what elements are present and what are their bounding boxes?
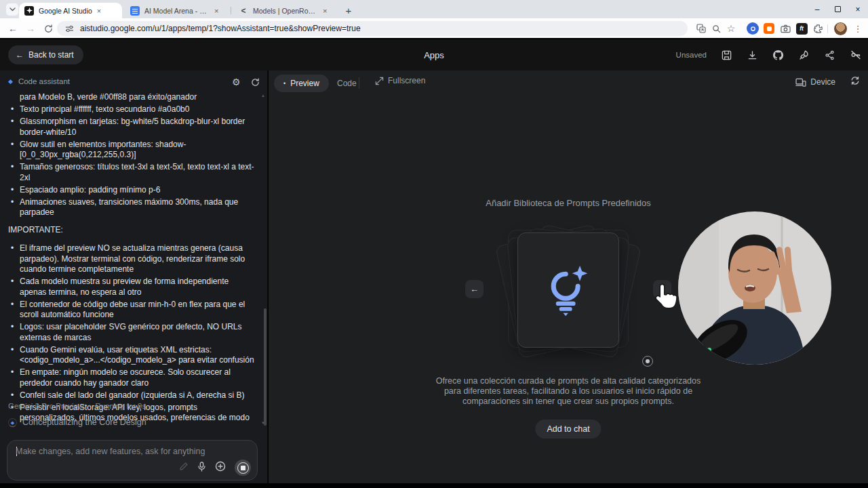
browser-tabstrip: Google AI Studio × AI Model Arena - Docu… bbox=[0, 0, 868, 18]
record-dot-icon[interactable] bbox=[642, 356, 653, 367]
back-to-start-button[interactable]: ← Back to start bbox=[8, 45, 83, 64]
running-status: Running for 9s bbox=[95, 402, 146, 410]
pencil-icon bbox=[179, 462, 189, 471]
assistant-title: Code assistant bbox=[18, 77, 70, 85]
refresh-icon bbox=[251, 78, 260, 87]
feature-title: Añadir Biblioteca de Prompts Predefinido… bbox=[269, 198, 868, 208]
page-title: Apps bbox=[424, 50, 444, 60]
extensions-puzzle-icon[interactable] bbox=[811, 22, 825, 35]
save-button[interactable] bbox=[721, 49, 732, 61]
tab-title: Models | OpenRouter bbox=[253, 7, 318, 15]
deploy-button[interactable] bbox=[798, 49, 810, 61]
tab-divider bbox=[231, 7, 231, 14]
toolbar-divider bbox=[359, 77, 359, 89]
reload-button[interactable] bbox=[41, 21, 56, 36]
toolbar-divider bbox=[827, 24, 828, 33]
code-assistant-panel: ◆ Code assistant ⚙ ▲ para Modelo B, verd… bbox=[0, 70, 268, 483]
window-maximize-button[interactable] bbox=[827, 0, 848, 18]
key-off-icon bbox=[850, 49, 861, 60]
github-icon bbox=[772, 49, 784, 61]
back-to-start-label: Back to start bbox=[28, 50, 74, 60]
list-item: Logos: usar placeholder SVG genérico por… bbox=[8, 322, 256, 343]
preview-panel: • Preview Code Fullscreen Device Añadir … bbox=[269, 70, 868, 483]
chat-input-box[interactable] bbox=[7, 440, 258, 481]
github-button[interactable] bbox=[772, 49, 784, 61]
person-silhouette bbox=[678, 211, 831, 365]
list-item: Texto principal #ffffff, texto secundari… bbox=[8, 104, 256, 115]
tab-code[interactable]: Code bbox=[337, 79, 357, 88]
list-item: En empate: ningún modelo se oscurece. So… bbox=[8, 367, 256, 388]
webcam-overlay bbox=[678, 211, 831, 365]
back-arrow-icon: ← bbox=[16, 50, 24, 60]
tab-preview[interactable]: • Preview bbox=[274, 75, 329, 92]
screen: Google AI Studio × AI Model Arena - Docu… bbox=[0, 0, 868, 488]
assistant-refresh-button[interactable] bbox=[251, 77, 260, 89]
mic-button[interactable] bbox=[197, 462, 206, 474]
scroll-down-icon[interactable]: ▼ bbox=[261, 421, 265, 425]
active-dot-icon: • bbox=[283, 80, 285, 87]
feature-description: Ofrece una colección curada de prompts d… bbox=[429, 376, 708, 407]
share-button[interactable] bbox=[824, 49, 835, 61]
tab-title: Google AI Studio bbox=[39, 7, 92, 15]
list-item: Cada modelo muestra su preview de forma … bbox=[8, 277, 256, 298]
fullscreen-label: Fullscreen bbox=[388, 76, 425, 85]
bookmark-star-icon[interactable]: ☆ bbox=[724, 22, 738, 35]
search-icon[interactable] bbox=[709, 22, 723, 35]
thinking-label: Conceptualizing the Core Design bbox=[22, 418, 146, 427]
feature-card bbox=[517, 232, 619, 348]
stop-generating-button[interactable] bbox=[235, 460, 251, 476]
device-label: Device bbox=[810, 77, 835, 87]
new-tab-button[interactable]: + bbox=[341, 3, 356, 18]
mouse-cursor-hand bbox=[652, 282, 681, 317]
extension-ft-icon[interactable]: ft bbox=[795, 22, 808, 35]
tab-close-icon[interactable]: × bbox=[97, 7, 101, 15]
address-bar[interactable]: aistudio.google.com/u/1/apps/temp/1?show… bbox=[57, 21, 688, 36]
browser-menu-icon[interactable]: ⋮ bbox=[851, 22, 865, 35]
tab-search-button[interactable] bbox=[6, 3, 18, 16]
back-button[interactable]: ← bbox=[5, 21, 20, 36]
plus-circle-icon bbox=[215, 461, 226, 472]
model-status-row: Gemini 3 Pro Preview • Running for 9s bbox=[8, 402, 146, 410]
important-heading: IMPORTANTE: bbox=[8, 225, 256, 236]
tab-close-icon[interactable]: × bbox=[214, 7, 218, 15]
status-separator: • bbox=[88, 403, 90, 409]
thinking-row: ◆ Conceptualizing the Core Design bbox=[8, 418, 146, 427]
tab-openrouter[interactable]: < Models | OpenRouter × bbox=[233, 3, 335, 18]
scroll-up-icon[interactable]: ▲ bbox=[261, 94, 265, 98]
list-item: para Modelo B, verde #00ff88 para éxito/… bbox=[8, 92, 256, 103]
api-key-button[interactable] bbox=[850, 49, 861, 61]
window-minimize-button[interactable]: – bbox=[807, 0, 827, 18]
profile-avatar[interactable] bbox=[833, 22, 847, 35]
list-item: Tamaños generosos: títulos text-3xl a te… bbox=[8, 162, 256, 183]
tab-close-icon[interactable]: × bbox=[323, 7, 327, 15]
mic-icon bbox=[197, 462, 206, 472]
preview-refresh-button[interactable] bbox=[850, 76, 860, 88]
tab-ai-model-arena[interactable]: AI Model Arena - Documentos × bbox=[125, 3, 228, 18]
tab-google-ai-studio[interactable]: Google AI Studio × bbox=[19, 3, 122, 18]
add-attachment-button[interactable] bbox=[215, 461, 226, 474]
assistant-scrollbar[interactable] bbox=[264, 308, 267, 426]
translate-icon[interactable] bbox=[694, 22, 708, 35]
device-button[interactable]: Device bbox=[795, 77, 835, 87]
app-header: ← Back to start Apps Unsaved bbox=[0, 39, 868, 70]
download-button[interactable] bbox=[747, 49, 758, 61]
chevron-down-icon bbox=[9, 7, 16, 12]
window-close-button[interactable]: × bbox=[848, 0, 868, 18]
stop-icon bbox=[237, 462, 249, 474]
fullscreen-button[interactable]: Fullscreen bbox=[375, 76, 425, 85]
openrouter-favicon: < bbox=[239, 6, 248, 16]
extension-camera-icon[interactable] bbox=[778, 22, 792, 35]
reload-icon bbox=[44, 24, 53, 33]
edit-button[interactable] bbox=[179, 462, 189, 474]
rocket-icon bbox=[799, 49, 810, 60]
forward-button[interactable]: → bbox=[23, 21, 38, 36]
add-to-chat-button[interactable]: Add to chat bbox=[535, 420, 601, 439]
extension-orange-icon[interactable] bbox=[762, 22, 776, 35]
carousel-prev-button[interactable]: ← bbox=[465, 280, 484, 298]
download-icon bbox=[747, 50, 757, 60]
assistant-settings-button[interactable]: ⚙ bbox=[232, 77, 241, 87]
bottom-strip bbox=[0, 483, 868, 488]
device-icon bbox=[795, 78, 806, 87]
extension-blue-icon[interactable] bbox=[746, 22, 760, 35]
site-info-icon[interactable] bbox=[65, 24, 74, 33]
